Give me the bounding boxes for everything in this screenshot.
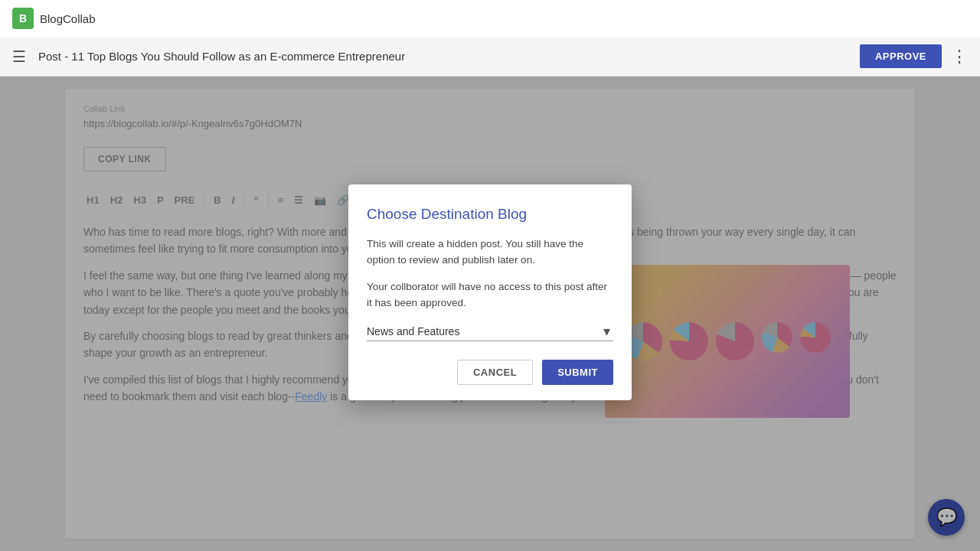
destination-blog-dropdown-wrapper: News and Features Tech Reviews Lifestyle…: [367, 322, 613, 341]
cancel-button[interactable]: CANCEL: [457, 360, 533, 385]
choose-destination-dialog: Choose Destination Blog This will create…: [348, 184, 632, 400]
approve-button[interactable]: APPROVE: [860, 44, 942, 68]
app-logo: B BlogCollab: [12, 8, 96, 29]
app-bar: B BlogCollab: [0, 0, 980, 37]
post-title: Post - 11 Top Blogs You Should Follow as…: [38, 50, 860, 63]
app-name: BlogCollab: [40, 12, 96, 25]
dialog-title: Choose Destination Blog: [367, 206, 613, 223]
destination-blog-dropdown[interactable]: News and Features Tech Reviews Lifestyle…: [367, 322, 613, 341]
dialog-body-text-2: Your collborator will have no access to …: [367, 279, 613, 311]
more-options-icon[interactable]: ⋮: [951, 47, 968, 67]
main-content: Collab Link https://blogcollab.io/#/p/-K…: [0, 77, 980, 551]
logo-icon: B: [12, 8, 34, 29]
dialog-actions: CANCEL SUBMIT: [367, 360, 613, 385]
dialog-body-text-1: This will create a hidden post. You stil…: [367, 236, 613, 269]
menu-icon[interactable]: ☰: [12, 47, 26, 66]
secondary-toolbar: ☰ Post - 11 Top Blogs You Should Follow …: [0, 37, 980, 77]
submit-button[interactable]: SUBMIT: [542, 360, 613, 385]
